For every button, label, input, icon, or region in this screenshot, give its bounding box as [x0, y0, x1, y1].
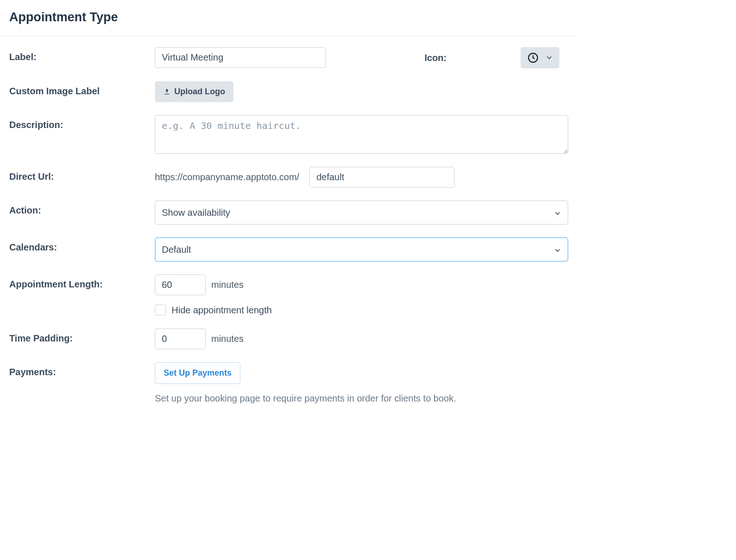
- label-input-wrap: [155, 47, 326, 68]
- icon-picker[interactable]: [521, 47, 559, 68]
- appointment-length-input[interactable]: [155, 274, 206, 295]
- icon-label-text: Icon:: [424, 53, 447, 63]
- calendars-select[interactable]: Default: [155, 237, 568, 262]
- row-action: Action: Show availability: [9, 201, 569, 225]
- label-col-custom-image: Custom Image Label: [9, 81, 155, 97]
- hide-length-label: Hide appointment length: [172, 305, 272, 316]
- label-text-calendars: Calendars:: [9, 242, 57, 252]
- label-text-direct-url: Direct Url:: [9, 171, 54, 182]
- page-title: Appointment Type: [9, 10, 569, 24]
- label-col-time-padding: Time Padding:: [9, 329, 155, 344]
- url-slug-input[interactable]: [309, 167, 454, 188]
- label-text-description: Description:: [9, 120, 63, 130]
- upload-icon: [163, 88, 171, 96]
- checkbox-box: [155, 304, 166, 316]
- time-padding-input[interactable]: [155, 329, 206, 349]
- setup-payments-label: Set Up Payments: [164, 368, 232, 378]
- row-time-padding: Time Padding: minutes: [9, 329, 569, 349]
- minutes-suffix-2: minutes: [211, 334, 244, 344]
- description-textarea[interactable]: [155, 115, 568, 154]
- field-col-calendars: Default: [155, 237, 569, 262]
- calendars-selected-value: Default: [162, 244, 191, 255]
- hide-length-checkbox[interactable]: Hide appointment length: [155, 304, 272, 316]
- icon-group: Icon:: [424, 47, 569, 68]
- field-col-description: [155, 115, 569, 154]
- row-calendars: Calendars: Default: [9, 237, 569, 262]
- field-col-direct-url: https://companyname.apptoto.com/: [155, 167, 569, 188]
- label-text-appointment-length: Appointment Length:: [9, 279, 103, 289]
- payments-help-text: Set up your booking page to require paym…: [155, 393, 569, 404]
- field-col-action: Show availability: [155, 201, 569, 225]
- form-body: Label: Icon:: [0, 36, 578, 404]
- field-col-label-icon: Icon:: [155, 47, 569, 68]
- row-appointment-length: Appointment Length: minutes Hide appoint…: [9, 274, 569, 316]
- upload-logo-button[interactable]: Upload Logo: [155, 81, 233, 102]
- label-col-payments: Payments:: [9, 362, 155, 377]
- url-prefix-text: https://companyname.apptoto.com/: [155, 172, 299, 183]
- field-col-time-padding: minutes: [155, 329, 569, 349]
- row-custom-image: Custom Image Label Upload Logo: [9, 81, 569, 102]
- label-text-custom-image: Custom Image Label: [9, 86, 100, 96]
- row-direct-url: Direct Url: https://companyname.apptoto.…: [9, 167, 569, 188]
- minutes-suffix-1: minutes: [211, 280, 244, 290]
- field-col-custom-image: Upload Logo: [155, 81, 569, 102]
- row-split-label-icon: Icon:: [155, 47, 569, 68]
- chevron-down-icon: [554, 209, 561, 216]
- label-text-payments: Payments:: [9, 367, 56, 377]
- clock-icon: [527, 52, 539, 64]
- chevron-down-icon: [546, 54, 553, 61]
- page-header: Appointment Type: [0, 0, 578, 36]
- field-col-payments: Set Up Payments Set up your booking page…: [155, 362, 569, 404]
- action-select[interactable]: Show availability: [155, 201, 568, 225]
- label-input[interactable]: [155, 47, 326, 68]
- label-col-calendars: Calendars:: [9, 237, 155, 253]
- row-payments: Payments: Set Up Payments Set up your bo…: [9, 362, 569, 404]
- label-col-description: Description:: [9, 115, 155, 130]
- chevron-down-icon: [554, 246, 561, 253]
- upload-logo-label: Upload Logo: [174, 87, 225, 97]
- appointment-type-form: Appointment Type Label: Icon:: [0, 0, 578, 427]
- field-col-appointment-length: minutes Hide appointment length: [155, 274, 569, 316]
- label-col-action: Action:: [9, 201, 155, 216]
- row-label-icon: Label: Icon:: [9, 47, 569, 68]
- row-description: Description:: [9, 115, 569, 154]
- setup-payments-button[interactable]: Set Up Payments: [155, 362, 240, 384]
- label-text-action: Action:: [9, 205, 41, 215]
- label-col-appointment-length: Appointment Length:: [9, 274, 155, 290]
- label-text-time-padding: Time Padding:: [9, 333, 73, 343]
- label-col-label: Label:: [9, 47, 155, 62]
- label-text-label: Label:: [9, 52, 37, 62]
- label-col-direct-url: Direct Url:: [9, 167, 155, 182]
- action-selected-value: Show availability: [162, 207, 230, 218]
